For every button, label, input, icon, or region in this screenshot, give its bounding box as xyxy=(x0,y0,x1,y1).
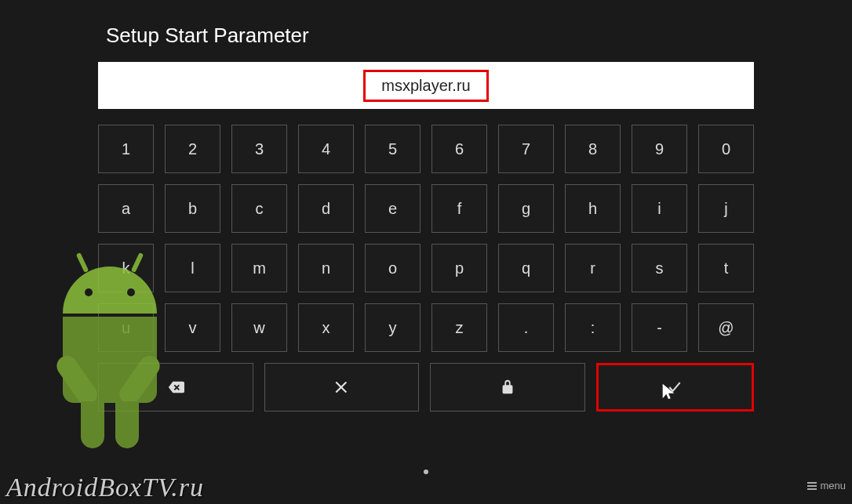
key-y[interactable]: y xyxy=(365,303,421,352)
clear-key[interactable] xyxy=(264,363,420,412)
key-l[interactable]: l xyxy=(165,244,220,292)
confirm-key[interactable] xyxy=(596,363,755,412)
key-period[interactable]: . xyxy=(498,303,554,352)
key-s[interactable]: s xyxy=(632,244,687,292)
key-5[interactable]: 5 xyxy=(365,125,421,173)
key-2[interactable]: 2 xyxy=(165,125,220,173)
on-screen-keyboard: 1 2 3 4 5 6 7 8 9 0 a b c d e f g h i j … xyxy=(98,125,754,412)
key-x[interactable]: x xyxy=(298,303,354,352)
keyboard-row-1: 1 2 3 4 5 6 7 8 9 0 xyxy=(98,125,754,173)
page-title: Setup Start Parameter xyxy=(98,24,754,48)
key-colon[interactable]: : xyxy=(565,303,621,352)
key-t[interactable]: t xyxy=(698,244,754,292)
key-p[interactable]: p xyxy=(431,244,487,292)
key-i[interactable]: i xyxy=(632,184,687,233)
key-j[interactable]: j xyxy=(698,184,754,233)
key-n[interactable]: n xyxy=(298,244,354,292)
key-0[interactable]: 0 xyxy=(698,125,754,173)
key-c[interactable]: c xyxy=(231,184,287,233)
key-3[interactable]: 3 xyxy=(231,125,287,173)
key-a[interactable]: a xyxy=(98,184,154,233)
key-k[interactable]: k xyxy=(98,244,154,292)
key-w[interactable]: w xyxy=(231,303,287,352)
key-r[interactable]: r xyxy=(565,244,621,292)
key-m[interactable]: m xyxy=(231,244,287,292)
key-at[interactable]: @ xyxy=(698,303,754,352)
key-o[interactable]: o xyxy=(365,244,421,292)
parameter-input[interactable]: msxplayer.ru xyxy=(98,62,754,109)
close-icon xyxy=(333,379,350,396)
secure-key[interactable] xyxy=(430,363,585,412)
key-b[interactable]: b xyxy=(165,184,220,233)
key-g[interactable]: g xyxy=(498,184,554,233)
backspace-key[interactable] xyxy=(98,363,253,412)
menu-label: menu xyxy=(820,480,846,491)
backspace-icon xyxy=(167,379,184,396)
input-value: msxplayer.ru xyxy=(363,70,488,102)
keyboard-row-3: k l m n o p q r s t xyxy=(98,244,754,292)
key-dash[interactable]: - xyxy=(632,303,687,352)
key-q[interactable]: q xyxy=(498,244,554,292)
key-9[interactable]: 9 xyxy=(632,125,687,173)
keyboard-row-4: u v w x y z . : - @ xyxy=(98,303,754,352)
key-f[interactable]: f xyxy=(431,184,487,233)
key-6[interactable]: 6 xyxy=(431,125,487,173)
key-8[interactable]: 8 xyxy=(565,125,621,173)
key-v[interactable]: v xyxy=(165,303,220,352)
pager-dot xyxy=(424,470,428,474)
lock-icon xyxy=(499,379,516,396)
menu-hint[interactable]: menu xyxy=(807,480,846,491)
keyboard-row-2: a b c d e f g h i j xyxy=(98,184,754,233)
keyboard-row-actions xyxy=(98,363,754,412)
key-7[interactable]: 7 xyxy=(498,125,554,173)
cursor-icon xyxy=(660,383,677,400)
menu-icon xyxy=(807,482,817,490)
key-4[interactable]: 4 xyxy=(298,125,354,173)
key-1[interactable]: 1 xyxy=(98,125,154,173)
key-e[interactable]: e xyxy=(365,184,421,233)
key-z[interactable]: z xyxy=(431,303,487,352)
key-u[interactable]: u xyxy=(98,303,154,352)
key-h[interactable]: h xyxy=(565,184,621,233)
key-d[interactable]: d xyxy=(298,184,354,233)
